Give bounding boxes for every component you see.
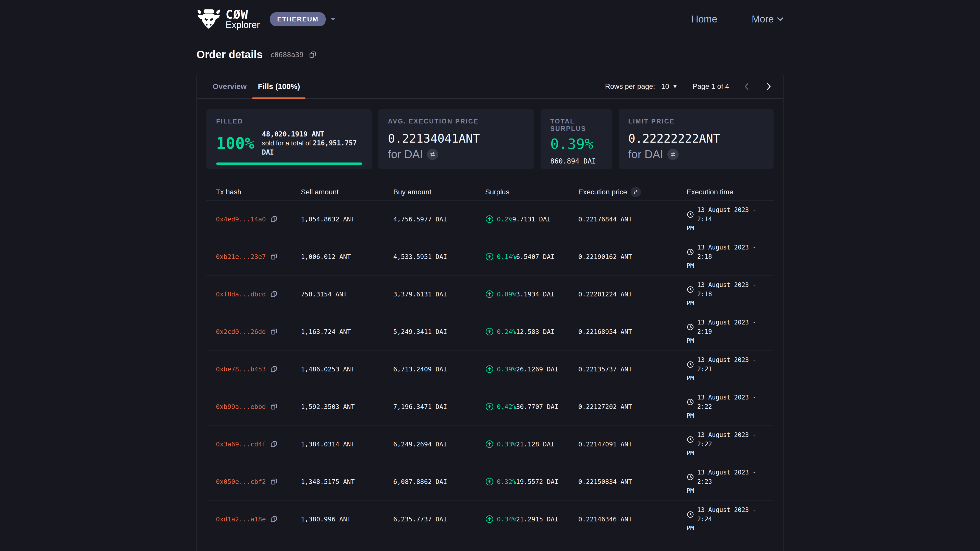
copy-icon[interactable] (270, 253, 278, 260)
tx-hash-link[interactable]: 0xf8da...dbcd (216, 291, 266, 298)
cow-logo-icon (197, 9, 221, 30)
surplus-percent: 0.2% (497, 216, 512, 223)
copy-icon[interactable] (270, 403, 278, 410)
tx-hash-link[interactable]: 0x4ed9...14a0 (216, 216, 266, 223)
sell-amount: 1,592.3503 ANT (301, 403, 393, 410)
swap-icon[interactable] (631, 187, 641, 197)
summary-cards: FILLED 100% 48,020.1919 ANT sold for a t… (207, 109, 773, 169)
buy-amount: 4,533.5951 DAI (393, 253, 485, 260)
arrow-up-circle-icon (485, 515, 494, 524)
column-execution-time: Execution time (687, 188, 773, 196)
copy-icon[interactable] (270, 440, 278, 448)
tab-fills[interactable]: Fills (100%) (252, 74, 305, 99)
surplus-percent: 0.33% (497, 441, 516, 448)
order-panel: Overview Fills (100%) Rows per page: 10 … (197, 74, 783, 551)
page-indicator: Page 1 of 4 (693, 83, 729, 91)
arrow-up-circle-icon (485, 477, 494, 486)
surplus-percent: 0.09% (497, 291, 516, 298)
chevron-right-icon[interactable] (764, 82, 773, 91)
pagination: Rows per page: 10 ▼ Page 1 of 4 (605, 82, 773, 91)
table-row: 0x050e...cbf2 1,348.5175 ANT 6,087.8862 … (207, 463, 773, 500)
total-surplus-card: TOTAL SURPLUS 0.39% 860.894 DAI (541, 109, 612, 169)
execution-time-line2: PM (687, 412, 694, 419)
network-chevron-down-icon[interactable] (330, 17, 336, 21)
filled-progress-bar (216, 162, 362, 165)
limit-price-unit: for DAI (628, 148, 663, 161)
tx-hash-link[interactable]: 0x3a69...cd4f (216, 441, 266, 448)
page-title-row: Order details c0688a39 (197, 48, 783, 61)
copy-icon[interactable] (270, 290, 278, 298)
execution-time-line1: 13 August 2023 - 2:18 (697, 280, 773, 299)
brand[interactable]: CØW Explorer (197, 9, 260, 30)
nav-home-link[interactable]: Home (691, 14, 717, 25)
clock-icon (687, 473, 694, 481)
copy-icon[interactable] (270, 215, 278, 223)
surplus-amount: 26.1269 DAI (516, 365, 558, 373)
total-surplus-percent: 0.39% (550, 135, 603, 152)
page-title: Order details (197, 48, 262, 61)
buy-amount: 6,087.8862 DAI (393, 478, 485, 486)
clock-icon (687, 286, 694, 293)
tx-hash-link[interactable]: 0x050e...cbf2 (216, 478, 266, 486)
avg-price-value: 0.22134041ANT (388, 132, 525, 145)
execution-time: 13 August 2023 - 2:22 PM (687, 430, 773, 458)
sell-amount: 1,384.0314 ANT (301, 441, 393, 448)
rows-per-page-label: Rows per page: (605, 83, 655, 91)
execution-price: 0.22176844 ANT (578, 216, 687, 223)
execution-price: 0.22147091 ANT (578, 441, 687, 448)
buy-amount: 6,249.2694 DAI (393, 441, 485, 448)
execution-time: 13 August 2023 - 2:22 PM (687, 393, 773, 421)
execution-price: 0.22190162 ANT (578, 253, 687, 260)
execution-time-line2: PM (687, 337, 694, 345)
tx-hash-link[interactable]: 0xb99a...ebbd (216, 403, 266, 410)
swap-icon[interactable] (667, 149, 679, 160)
swap-icon[interactable] (427, 149, 438, 160)
surplus-amount: 21.128 DAI (516, 441, 555, 448)
column-tx-hash: Tx hash (216, 188, 301, 196)
tx-hash-link[interactable]: 0xd1a2...a18e (216, 516, 266, 523)
top-nav: Home More (691, 14, 783, 25)
execution-price: 0.22150834 ANT (578, 478, 687, 486)
fills-table-header: Tx hash Sell amount Buy amount Surplus E… (207, 184, 773, 200)
copy-icon[interactable] (270, 515, 278, 523)
surplus-amount: 9.7131 DAI (512, 216, 551, 223)
rows-per-page-select[interactable]: 10 ▼ (661, 83, 678, 91)
buy-amount: 5,249.3411 DAI (393, 328, 485, 335)
table-row: 0xf8da...dbcd 750.3154 ANT 3,379.6131 DA… (207, 275, 773, 313)
buy-amount: 6,235.7737 DAI (393, 516, 485, 523)
sell-amount: 1,486.0253 ANT (301, 365, 393, 373)
execution-time: 13 August 2023 - 2:18 PM (687, 280, 773, 308)
arrow-up-circle-icon (485, 290, 494, 299)
copy-icon[interactable] (270, 328, 278, 335)
column-buy-amount: Buy amount (393, 188, 485, 196)
copy-icon[interactable] (270, 365, 278, 373)
surplus-amount: 6.5407 DAI (516, 253, 555, 260)
clock-icon (687, 323, 694, 331)
execution-price: 0.22127202 ANT (578, 403, 687, 410)
buy-amount: 7,196.3471 DAI (393, 403, 485, 410)
tx-hash-link[interactable]: 0x2cd0...26dd (216, 328, 266, 335)
network-badge[interactable]: ETHEREUM (270, 12, 326, 26)
more-chevron-down-icon (777, 17, 783, 21)
clock-icon (687, 248, 694, 256)
execution-time-line2: PM (687, 300, 694, 307)
chevron-left-icon[interactable] (742, 82, 751, 91)
surplus-percent: 0.42% (497, 403, 516, 410)
execution-time-line1: 13 August 2023 - 2:24 (697, 505, 773, 524)
tx-hash-link[interactable]: 0xbe78...b453 (216, 365, 266, 373)
copy-icon[interactable] (309, 51, 317, 59)
arrow-up-circle-icon (485, 215, 494, 224)
copy-icon[interactable] (270, 478, 278, 486)
order-id: c0688a39 (270, 51, 304, 59)
total-surplus-amount: 860.894 DAI (550, 157, 603, 165)
tx-hash-link[interactable]: 0xb21e...23e7 (216, 253, 266, 260)
buy-amount: 3,379.6131 DAI (393, 291, 485, 298)
execution-time-line2: PM (687, 375, 694, 382)
tab-overview[interactable]: Overview (207, 74, 252, 99)
filled-percent: 100% (216, 134, 254, 152)
arrow-up-circle-icon (485, 252, 494, 261)
arrow-up-circle-icon (485, 402, 494, 411)
nav-more-link[interactable]: More (752, 14, 783, 25)
sell-amount: 1,006.012 ANT (301, 253, 393, 260)
table-row: 0xb21e...23e7 1,006.012 ANT 4,533.5951 D… (207, 238, 773, 275)
